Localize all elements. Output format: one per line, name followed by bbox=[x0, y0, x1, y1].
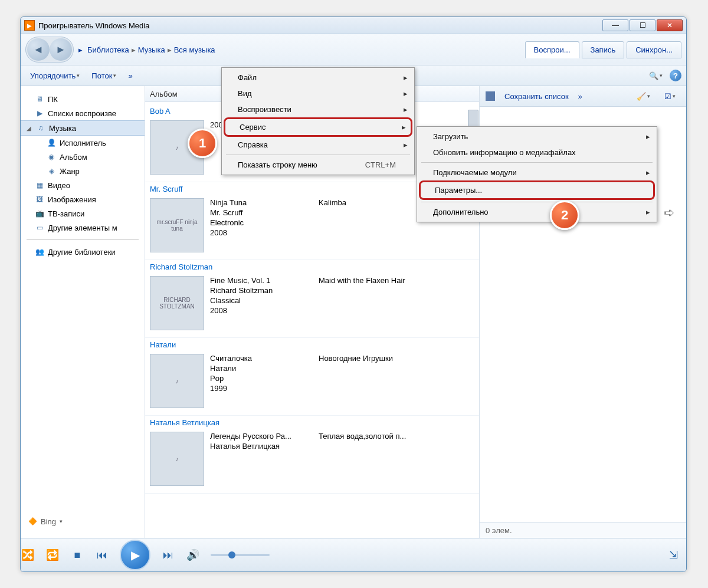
nav-pane: 🖥ПК ▶Списки воспроизве ◢♫Музыка 👤Исполни… bbox=[21, 86, 145, 538]
nav-artist[interactable]: 👤Исполнитель bbox=[21, 136, 145, 150]
track-title[interactable]: Теплая вода,золотой п... bbox=[319, 432, 406, 486]
shuffle-button[interactable]: 🔀 bbox=[21, 548, 35, 562]
album-info-line: Richard Stoltzman bbox=[210, 286, 310, 295]
nav-other[interactable]: ▭Другие элементы м bbox=[21, 221, 145, 235]
menu-item[interactable]: Справка bbox=[224, 137, 412, 153]
album-info-line: Наталья Ветлицкая bbox=[210, 442, 310, 451]
menu-item[interactable]: Показать строку менюCTRL+M bbox=[224, 157, 412, 173]
organize-button[interactable]: Упорядочить▾ bbox=[25, 69, 84, 83]
nav-otherlibs[interactable]: 👥Другие библиотеки bbox=[21, 245, 145, 259]
track-title[interactable]: Новогодние Игрушки bbox=[319, 354, 393, 408]
disk-icon bbox=[486, 91, 495, 101]
album-info-line: 2008 bbox=[210, 306, 310, 315]
expand-arrow-icon[interactable]: ➪ bbox=[664, 205, 674, 221]
album-info-line: Classical bbox=[210, 296, 310, 305]
nav-playlists[interactable]: ▶Списки воспроизве bbox=[21, 106, 145, 120]
view-button[interactable]: ☑▾ bbox=[660, 90, 680, 103]
minimize-button[interactable]: — bbox=[602, 19, 628, 31]
help-button[interactable]: ? bbox=[670, 70, 681, 81]
forward-button[interactable]: ► bbox=[50, 38, 72, 61]
search-dropdown[interactable]: 🔍▾ bbox=[644, 69, 667, 83]
album-info-line: Легенды Русского Ра... bbox=[210, 432, 310, 441]
close-button[interactable]: ✕ bbox=[657, 19, 683, 31]
menu-item[interactable]: Дополнительно bbox=[419, 204, 655, 220]
artist-link[interactable]: Richard Stoltzman bbox=[145, 260, 479, 274]
nav-row: ◄ ► ▸ Библиотека▸ Музыка▸ Вся музыка Вос… bbox=[21, 34, 686, 65]
context-menu-main: ФайлВидВоспроизвестиСервисСправкаПоказат… bbox=[221, 67, 415, 175]
album-info-line: Натали bbox=[210, 364, 310, 373]
tab-play[interactable]: Воспрои... bbox=[525, 41, 579, 58]
volume-icon[interactable]: 🔊 bbox=[186, 548, 200, 562]
track-title[interactable]: Kalimba bbox=[319, 198, 346, 252]
nav-pc[interactable]: 🖥ПК bbox=[21, 92, 145, 106]
window-title: Проигрыватель Windows Media bbox=[38, 21, 149, 30]
repeat-button[interactable]: 🔁 bbox=[45, 548, 60, 562]
save-list-button[interactable]: Сохранить список bbox=[500, 90, 573, 103]
next-button[interactable]: ⏭ bbox=[161, 548, 175, 562]
app-icon: ▶ bbox=[24, 20, 35, 31]
clear-button[interactable]: 🧹▾ bbox=[632, 90, 655, 103]
context-menu-tools: ЗагрузитьОбновить информацию о медиафайл… bbox=[417, 126, 657, 222]
nav-video[interactable]: ▦Видео bbox=[21, 178, 145, 192]
album-info-line: Ninja Tuna bbox=[210, 198, 310, 207]
bing-link[interactable]: 🔶Bing▾ bbox=[21, 511, 145, 532]
album-info-line: 2008 bbox=[210, 228, 310, 237]
annotation-marker-1: 1 bbox=[188, 129, 217, 158]
album-row[interactable]: ♪Легенды Русского Ра...Наталья Ветлицкая… bbox=[145, 429, 479, 494]
menu-item[interactable]: Вид bbox=[224, 86, 412, 101]
album-info-line: Pop bbox=[210, 374, 310, 383]
menu-item[interactable]: Параметры... bbox=[419, 180, 655, 200]
nav-genre[interactable]: ◈Жанр bbox=[21, 164, 145, 178]
menu-item[interactable]: Файл bbox=[224, 70, 412, 86]
chev-button[interactable]: » bbox=[578, 92, 582, 101]
playlist-status: 0 элем. bbox=[480, 522, 686, 538]
nav-album[interactable]: ◉Альбом bbox=[21, 150, 145, 164]
track-title[interactable]: Maid with the Flaxen Hair bbox=[319, 276, 405, 330]
stop-button[interactable]: ■ bbox=[70, 548, 84, 562]
artist-link[interactable]: Натали bbox=[145, 338, 479, 352]
album-info-line: Fine Music, Vol. 1 bbox=[210, 276, 310, 285]
menu-item[interactable]: Сервис bbox=[224, 117, 412, 137]
breadcrumb-item[interactable]: Вся музыка bbox=[174, 45, 215, 54]
album-cover: mr.scruFF ninja tuna bbox=[150, 198, 204, 252]
fullscreen-button[interactable]: ⇲ bbox=[669, 548, 678, 561]
album-cover: ♪ bbox=[150, 354, 204, 408]
menu-item[interactable]: Подключаемые модули bbox=[419, 165, 655, 180]
stream-button[interactable]: Поток▾ bbox=[87, 69, 121, 83]
nav-images[interactable]: 🖼Изображения bbox=[21, 192, 145, 206]
breadcrumb-item[interactable]: Музыка bbox=[138, 45, 165, 54]
album-cover: RICHARD STOLTZMAN bbox=[150, 276, 204, 330]
volume-slider[interactable] bbox=[211, 554, 270, 556]
menu-item[interactable]: Воспроизвести bbox=[224, 101, 412, 117]
more-button[interactable]: » bbox=[123, 69, 137, 83]
album-info-line: 1999 bbox=[210, 384, 310, 393]
play-button[interactable]: ▶ bbox=[120, 540, 150, 570]
album-row[interactable]: ♪СчиталочкаНаталиPop1999Новогодние Игруш… bbox=[145, 352, 479, 416]
nav-tv[interactable]: 📺ТВ-записи bbox=[21, 206, 145, 221]
tab-record[interactable]: Запись bbox=[582, 41, 625, 58]
annotation-marker-2: 2 bbox=[550, 201, 579, 230]
player-bar: 🔀 🔁 ■ ⏮ ▶ ⏭ 🔊 ⇲ bbox=[21, 538, 686, 571]
album-info-line: Считалочка bbox=[210, 354, 310, 363]
back-button[interactable]: ◄ bbox=[27, 38, 50, 61]
album-row[interactable]: RICHARD STOLTZMANFine Music, Vol. 1Richa… bbox=[145, 274, 479, 338]
menu-item[interactable]: Обновить информацию о медиафайлах bbox=[419, 144, 655, 160]
playlist-toolbar: Сохранить список » 🧹▾ ☑▾ bbox=[480, 86, 686, 107]
album-info-line: Electronic bbox=[210, 218, 310, 227]
album-cover: ♪ bbox=[150, 432, 204, 486]
maximize-button[interactable]: ☐ bbox=[630, 19, 655, 31]
tab-sync[interactable]: Синхрон... bbox=[627, 41, 681, 58]
prev-button[interactable]: ⏮ bbox=[95, 548, 109, 562]
nav-music[interactable]: ◢♫Музыка bbox=[21, 120, 145, 136]
menu-item[interactable]: Загрузить bbox=[419, 129, 655, 144]
titlebar: ▶ Проигрыватель Windows Media — ☐ ✕ bbox=[21, 17, 686, 34]
breadcrumb: Библиотека▸ Музыка▸ Вся музыка bbox=[87, 45, 215, 54]
breadcrumb-item[interactable]: Библиотека bbox=[87, 45, 129, 54]
artist-link[interactable]: Наталья Ветлицкая bbox=[145, 416, 479, 429]
album-info-line: Mr. Scruff bbox=[210, 208, 310, 217]
